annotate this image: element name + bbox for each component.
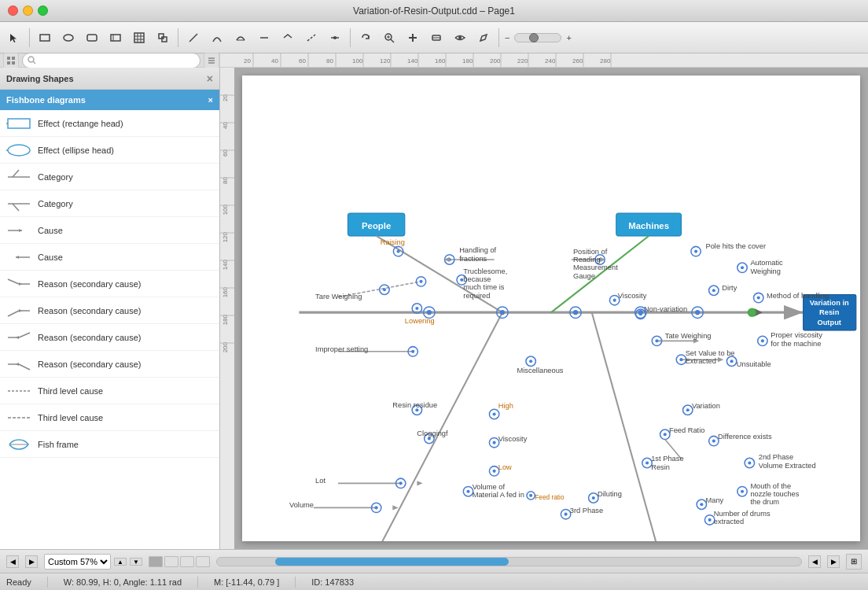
zoom-slider[interactable]	[514, 33, 561, 42]
svg-text:Improper setting: Improper setting	[315, 345, 368, 353]
shape-cause-right[interactable]: Cause	[0, 244, 219, 271]
ellipse-tool[interactable]	[57, 27, 79, 49]
pointer-tool[interactable]	[425, 27, 447, 49]
svg-text:High: High	[498, 402, 513, 410]
svg-point-132	[383, 288, 386, 291]
svg-rect-34	[220, 53, 868, 67]
scroll-right-btn[interactable]: ▶	[827, 555, 840, 568]
minimize-button[interactable]	[23, 6, 33, 16]
view-btn-1[interactable]	[149, 556, 163, 567]
shape-reason-3[interactable]: Reason (secondary cause)	[0, 324, 219, 351]
shape-third-1[interactable]: Third level cause	[0, 378, 219, 404]
svg-text:3rd Phase: 3rd Phase	[570, 507, 603, 514]
canvas-area[interactable]: Variation in Resin Output People	[234, 68, 868, 549]
canvas-inner[interactable]: Variation in Resin Output People	[242, 76, 860, 541]
shape-effect-ellipse[interactable]: Effect (ellipse head)	[0, 137, 219, 164]
pen-tool[interactable]	[473, 27, 495, 49]
svg-text:Volume Extracted: Volume Extracted	[759, 462, 816, 470]
shape-list: Effect (rectange head) Effect (ellipse h…	[0, 110, 219, 549]
svg-text:because: because	[463, 275, 491, 283]
pan-tool[interactable]	[402, 27, 424, 49]
svg-text:120: 120	[380, 57, 391, 65]
svg-point-272	[700, 503, 703, 506]
svg-marker-80	[19, 309, 22, 312]
svg-rect-11	[162, 37, 167, 42]
arc-tool[interactable]	[230, 27, 252, 49]
svg-text:Unsuitable: Unsuitable	[737, 360, 771, 368]
shape-effect-rect[interactable]: Effect (rectange head)	[0, 110, 219, 137]
svg-line-15	[307, 35, 315, 41]
svg-text:Feed ratio: Feed ratio	[535, 494, 565, 501]
titlebar: Variation-of-Resin-Output.cdd – Page1	[0, 0, 868, 22]
svg-rect-63	[8, 119, 30, 128]
close-button[interactable]	[8, 6, 18, 16]
shape-tool2[interactable]	[105, 27, 127, 49]
svg-rect-27	[7, 61, 10, 65]
refresh-tool[interactable]	[355, 27, 377, 49]
svg-rect-3	[111, 35, 120, 41]
fishbone-category-header[interactable]: Fishbone diagrams ×	[0, 90, 219, 110]
view-btn-3[interactable]	[180, 556, 194, 567]
maximize-button[interactable]	[38, 6, 48, 16]
scroll-left-btn[interactable]: ◀	[808, 555, 821, 568]
rounded-rect-tool[interactable]	[81, 27, 103, 49]
next-page-btn[interactable]: ▶	[25, 555, 38, 568]
svg-point-283	[573, 310, 578, 315]
svg-text:Weighing: Weighing	[750, 267, 781, 275]
svg-line-78	[8, 311, 19, 316]
zoom-tool[interactable]	[378, 27, 400, 49]
shape-third-2[interactable]: Third level cause	[0, 404, 219, 431]
svg-text:180: 180	[222, 314, 229, 325]
svg-text:Cloggingf: Cloggingf	[417, 430, 448, 437]
svg-text:Non-variation: Non-variation	[644, 305, 687, 313]
shape-category-1[interactable]: Category	[0, 164, 219, 190]
sep2	[178, 28, 178, 47]
svg-text:Output: Output	[817, 319, 840, 326]
shape-icon-cause-left	[6, 222, 31, 239]
eye-tool[interactable]	[449, 27, 471, 49]
svg-point-240	[686, 408, 690, 411]
sep4	[498, 28, 499, 47]
table-tool[interactable]	[128, 27, 150, 49]
svg-text:40: 40	[271, 57, 278, 65]
line-tool2[interactable]	[300, 27, 322, 49]
select-tool[interactable]	[3, 27, 25, 49]
svg-text:140: 140	[407, 57, 418, 65]
svg-point-126	[397, 250, 400, 253]
svg-line-12	[189, 34, 197, 42]
expand-btn[interactable]: ⊞	[846, 554, 862, 570]
line-tool[interactable]	[182, 27, 204, 49]
list-view-btn[interactable]	[204, 53, 219, 68]
shape-cause-left[interactable]: Cause	[0, 217, 219, 244]
view-btn-4[interactable]	[196, 556, 210, 567]
search-area[interactable]	[22, 53, 200, 68]
curve-tool[interactable]	[206, 27, 228, 49]
zoom-select[interactable]: Custom 57% 25% 50% 75% 100%	[44, 554, 111, 570]
shape-fish-frame[interactable]: Fish frame	[0, 431, 219, 458]
shape-icon-reason-4	[6, 356, 31, 373]
close-drawing-shapes[interactable]: ×	[207, 72, 213, 85]
prev-page-btn[interactable]: ◀	[6, 555, 19, 568]
svg-point-269	[565, 513, 568, 516]
scroll-thumb[interactable]	[275, 558, 509, 566]
shape-tool3[interactable]	[152, 27, 174, 49]
svg-text:Pole hits the cover: Pole hits the cover	[706, 243, 766, 251]
shape-reason-2[interactable]: Reason (secondary cause)	[0, 297, 219, 324]
svg-rect-5	[134, 33, 144, 42]
connector-tool[interactable]	[253, 27, 275, 49]
zoom-down-btn[interactable]: ▼	[130, 558, 142, 566]
window-controls[interactable]	[8, 6, 48, 16]
zoom-up-btn[interactable]: ▲	[114, 558, 127, 566]
shape-reason-4[interactable]: Reason (secondary cause)	[0, 351, 219, 378]
svg-marker-83	[16, 336, 19, 339]
view-btn-2[interactable]	[164, 556, 178, 567]
shape-reason-1[interactable]: Reason (secondary cause)	[0, 271, 219, 297]
grid-btn[interactable]	[3, 53, 19, 68]
connector-tool2[interactable]	[277, 27, 299, 49]
svg-rect-26	[12, 57, 15, 60]
line-tool3[interactable]	[324, 27, 346, 49]
svg-rect-0	[40, 35, 50, 41]
shape-category-2[interactable]: Category	[0, 190, 219, 217]
horizontal-scrollbar[interactable]	[216, 557, 802, 566]
rect-tool[interactable]	[34, 27, 56, 49]
